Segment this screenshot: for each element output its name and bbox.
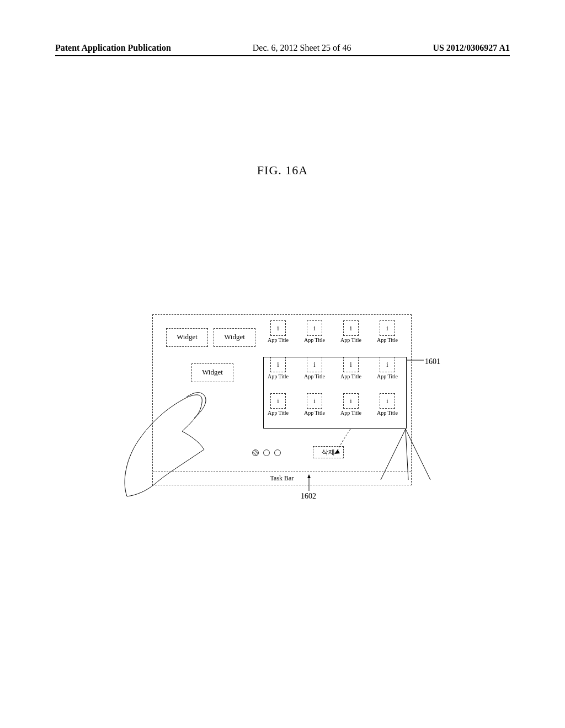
delete-button[interactable]: 삭제	[313, 446, 344, 458]
app-icon: i	[307, 320, 322, 336]
app-icon: i	[343, 320, 359, 336]
page-dot-icon	[252, 449, 259, 456]
app-item[interactable]: iApp Title	[302, 320, 327, 354]
task-bar[interactable]: Task Bar	[153, 472, 411, 485]
reference-1601: 1601	[425, 357, 440, 366]
app-title: App Title	[340, 337, 361, 343]
selection-rectangle	[263, 357, 407, 429]
page-dot-icon	[274, 449, 281, 456]
app-item[interactable]: iApp Title	[375, 320, 399, 354]
app-item[interactable]: iApp Title	[339, 320, 363, 354]
widget-1[interactable]: Widget	[166, 328, 208, 347]
header-left: Patent Application Publication	[55, 43, 171, 53]
reference-1602: 1602	[301, 492, 316, 501]
widget-3[interactable]: Widget	[191, 363, 233, 382]
page-dot-icon	[263, 449, 270, 456]
app-icon: i	[380, 320, 395, 336]
figure-label: FIG. 16A	[0, 163, 565, 178]
app-icon: i	[270, 320, 286, 336]
header-rule	[55, 55, 510, 56]
app-item[interactable]: iApp Title	[266, 320, 290, 354]
widget-2[interactable]: Widget	[214, 328, 255, 347]
header-mid: Dec. 6, 2012 Sheet 25 of 46	[253, 43, 351, 53]
app-title: App Title	[304, 337, 325, 343]
app-title: App Title	[268, 337, 289, 343]
device-outline: Widget Widget Widget iApp Title iApp Tit…	[152, 314, 412, 485]
page-indicator[interactable]	[252, 449, 281, 456]
app-title: App Title	[377, 337, 398, 343]
app-row: iApp Title iApp Title iApp Title iApp Ti…	[266, 320, 409, 354]
page-header: Patent Application Publication Dec. 6, 2…	[0, 43, 565, 53]
header-right: US 2012/0306927 A1	[433, 43, 510, 53]
